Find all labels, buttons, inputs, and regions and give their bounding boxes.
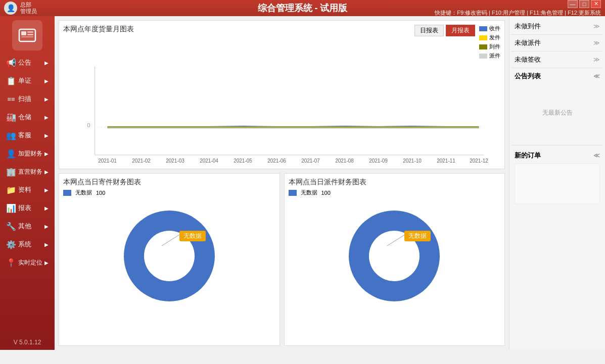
rp-section-title-3[interactable]: 公告列表 ≪ [515,70,600,82]
rp-section-title-0[interactable]: 未做到件 ≫ [515,20,600,32]
legend-color-2 [479,44,487,49]
arrow-icon-8: ▶ [44,205,49,211]
arrow-icon-5: ▶ [44,151,49,157]
minimize-button[interactable]: — [568,0,578,8]
legend-item-2: 到件 [479,43,500,50]
pie-charts-row: 本网点当日寄件财务图表 无数据 100 无数据 [59,173,505,346]
system-icon: ⚙️ [6,239,16,249]
sidebar-label-location: 实时定位 [18,258,42,267]
legend-label-1: 发件 [489,34,500,41]
sidebar-label-data: 资料 [18,185,31,194]
svg-rect-2 [27,31,33,33]
sidebar-item-announcement[interactable]: 📢 公告 ▶ [0,54,55,72]
daily-report-button[interactable]: 日报表 [414,25,444,36]
main-layout: 📢 公告 ▶ 📋 单证 ▶ ≡≡ 扫描 ▶ 🏭 仓储 ▶ 👥 客服 ▶ 👤 加盟… [0,16,605,350]
sidebar-item-scan[interactable]: ≡≡ 扫描 ▶ [0,90,55,108]
app-title: 综合管理系统 - 试用版 [258,2,348,14]
sidebar-item-location[interactable]: 📍 实时定位 ▶ [0,253,55,272]
rp-section-title-1[interactable]: 未做派件 ≫ [515,37,600,49]
rp-expand-icon-2: ≫ [593,56,600,63]
rp-expand-icon-1: ≫ [593,39,600,46]
pie-chart-0: 本网点当日寄件财务图表 无数据 100 无数据 [59,173,280,346]
line-chart-svg: 0 2021-01 2021-02 2021-03 2021-04 2021-0… [63,62,500,173]
sidebar-label-scan: 扫描 [18,94,31,103]
avatar: 👤 [4,2,17,15]
rp-section-3: 公告列表 ≪ 无最新公告 [511,68,603,145]
rp-new-order-title[interactable]: 新的订单 ≪ [515,149,600,162]
arrow-icon-7: ▶ [44,187,49,193]
user-role: 总部 [20,2,37,8]
svg-text:2021-01: 2021-01 [98,158,117,164]
arrow-icon-1: ▶ [44,78,49,84]
legend-item-3: 派件 [479,52,500,60]
sidebar-item-data[interactable]: 📁 资料 ▶ [0,181,55,199]
rp-section-title-2[interactable]: 未做签收 ≫ [515,54,600,66]
svg-text:2021-06: 2021-06 [267,158,286,164]
svg-text:2021-08: 2021-08 [335,158,354,164]
svg-text:2021-11: 2021-11 [437,158,455,164]
pie-legend-value-0: 100 [96,190,105,196]
pie-arrow-0 [63,200,275,311]
monthly-report-button[interactable]: 月报表 [446,25,475,36]
close-button[interactable]: ✕ [591,0,601,8]
location-icon: 📍 [6,257,16,268]
svg-text:2021-07: 2021-07 [301,158,320,164]
logo-icon [17,25,37,45]
sidebar-label-report: 报表 [18,203,31,213]
pie-legend-value-1: 100 [321,190,331,196]
pie-container-1: 无数据 [289,200,501,311]
legend-label-2: 到件 [489,43,500,50]
rp-title-text-2: 未做签收 [515,55,541,64]
legend-color-1 [479,35,487,40]
svg-line-26 [387,235,404,246]
sidebar-label-direct-finance: 直营财务 [18,168,42,176]
legend-color-3 [479,54,487,59]
document-icon: 📋 [6,76,16,86]
arrow-icon-3: ▶ [44,115,49,120]
chart-legend: 收件 发件 到件 派件 [479,25,500,60]
rp-title-text-3: 公告列表 [515,72,541,81]
rp-section-2: 未做签收 ≫ [511,51,603,68]
pie-legend-0: 无数据 100 [63,189,275,196]
sidebar-item-report[interactable]: 📊 报表 ▶ [0,199,55,217]
legend-item-0: 收件 [479,25,500,32]
arrow-icon-6: ▶ [44,169,49,175]
rp-new-order-label: 新的订单 [515,151,541,160]
maximize-button[interactable]: □ [579,0,589,8]
svg-text:2021-10: 2021-10 [403,158,422,164]
line-chart-box: 本网点年度货量月图表 日报表 月报表 收件 [59,20,505,169]
svg-rect-0 [19,29,35,41]
sidebar-item-system[interactable]: ⚙️ 系统 ▶ [0,235,55,253]
rp-title-text-0: 未做到件 [515,22,541,31]
arrow-icon-9: ▶ [44,224,49,229]
scan-icon: ≡≡ [6,94,16,104]
pie-legend-color-0 [63,190,71,196]
sidebar-item-direct-finance[interactable]: 🏢 直营财务 ▶ [0,163,55,181]
sidebar-label-system: 系统 [18,240,31,249]
sidebar-item-warehouse[interactable]: 🏭 仓储 ▶ [0,108,55,126]
line-chart-header: 本网点年度货量月图表 日报表 月报表 收件 [63,25,500,60]
arrow-icon-10: ▶ [44,242,49,247]
sidebar-item-service[interactable]: 👥 客服 ▶ [0,126,55,144]
rp-new-order-expand: ≪ [593,152,600,159]
pie-title-0: 本网点当日寄件财务图表 [63,178,275,187]
rp-new-order: 新的订单 ≪ [511,147,603,206]
sidebar-item-document[interactable]: 📋 单证 ▶ [0,72,55,90]
svg-text:2021-12: 2021-12 [470,158,488,164]
svg-rect-4 [21,36,33,37]
sidebar-label-franchise-finance: 加盟财务 [18,149,42,158]
rp-expand-icon-0: ≫ [593,23,600,30]
pie-title-1: 本网点当日派件财务图表 [289,178,501,187]
warehouse-icon: 🏭 [6,112,16,122]
sidebar-item-other[interactable]: 🔧 其他 ▶ [0,217,55,235]
svg-rect-3 [27,34,33,35]
svg-text:2021-04: 2021-04 [200,158,218,164]
sidebar-item-franchise-finance[interactable]: 👤 加盟财务 ▶ [0,144,55,163]
svg-text:2021-05: 2021-05 [234,158,252,164]
sidebar-label-other: 其他 [18,222,31,231]
sidebar-label-warehouse: 仓储 [18,113,31,122]
left-panel: 本网点年度货量月图表 日报表 月报表 收件 [55,16,509,350]
pie-legend-1: 无数据 100 [289,189,501,196]
user-name: 管理员 [20,8,37,15]
legend-label-3: 派件 [489,52,500,60]
